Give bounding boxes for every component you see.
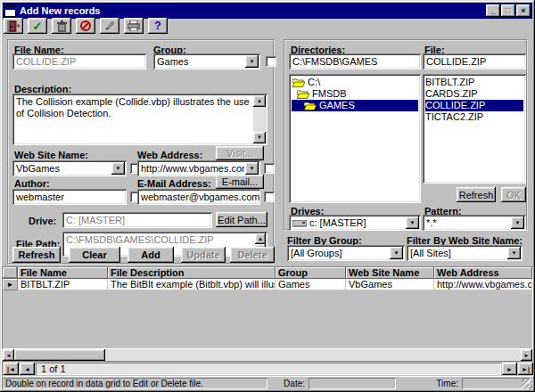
scroll-right-icon[interactable]: ► [521,349,532,361]
edit-button[interactable] [100,18,119,34]
trash-icon [57,20,67,32]
app-window: Add New records _ □ × ✓ ? File Name: COL… [0,0,535,392]
nav-last-icon[interactable]: ►| [518,363,533,375]
minimize-button[interactable]: _ [486,4,500,17]
email-label: E-Mail Address: [137,178,211,189]
directory-item[interactable]: C:\ [292,77,418,88]
chevron-down-icon[interactable]: ▼ [507,247,521,259]
cancel-icon [80,20,91,31]
cell-file-name: BITBLT.ZIP [18,279,108,290]
file-input[interactable]: COLLIDE.ZIP [423,53,526,69]
nav-prev-icon[interactable]: ◄ [20,363,35,375]
time-label: Time: [401,379,458,388]
scroll-up-icon[interactable]: ▲ [255,233,266,244]
clear-button[interactable]: Clear [69,247,120,263]
exit-button[interactable] [4,18,23,34]
record-position: 1 of 1 [36,363,501,375]
chevron-down-icon[interactable]: ▼ [111,162,125,175]
grid-row[interactable]: ► BITBLT.ZIP The BitBlt example (Bitblt.… [2,279,533,290]
file-name-input[interactable]: COLLIDE.ZIP [12,53,146,69]
author-input[interactable]: webmaster [12,189,127,205]
help-button[interactable]: ? [148,18,168,34]
browser-refresh-button[interactable]: Refresh [457,187,496,202]
author-label: Author: [14,178,50,189]
group-checkbox[interactable] [266,56,276,67]
chevron-down-icon[interactable]: ▼ [245,55,259,68]
grid-header-web-address[interactable]: Web Address [434,267,532,279]
file-listbox: BITBLT.ZIP CARDS.ZIP COLLIDE.ZIP TICTAC2… [423,74,526,184]
approve-button[interactable]: ✓ [28,18,47,34]
pencil-icon [104,20,115,31]
resize-grip[interactable] [522,379,532,389]
email-input[interactable]: webmaster@vbgames.com [137,189,260,205]
delete-button: Delete [230,247,275,263]
web-address-label: Web Address: [137,150,202,160]
chevron-down-icon[interactable]: ▼ [390,247,403,259]
file-item[interactable]: TICTAC2.ZIP [425,111,523,123]
close-button[interactable]: × [516,4,531,17]
check-icon: ✓ [33,20,43,33]
cell-web-address: http://www.vbgames.com [434,279,532,290]
web-site-name-combobox[interactable]: VbGames ▼ [12,160,127,176]
print-button[interactable] [124,18,144,34]
description-textarea[interactable]: The Collision example (Collide.vbp) illu… [12,94,268,145]
drive-input: C: [MASTER] [62,212,212,228]
exit-door-icon [7,20,20,32]
web-address-checkbox[interactable] [264,163,275,174]
date-field [309,378,396,389]
file-item[interactable]: BITBLT.ZIP [425,77,523,88]
grid-header-file-name[interactable]: File Name [18,267,108,279]
grid-hscrollbar[interactable]: ◄ ► [2,349,533,361]
help-icon: ? [154,20,160,32]
status-bar: Double on record in data grid to Edit or… [2,378,533,390]
delete-record-button[interactable] [52,18,71,34]
scroll-down-icon[interactable]: ▼ [253,132,266,143]
filter-site-combobox[interactable]: [All Sites] ▼ [407,245,523,261]
scroll-up-icon[interactable]: ▲ [253,95,266,107]
scrollbar-thumb[interactable] [14,349,105,361]
folder-open-icon [292,78,305,87]
ok-button: OK [501,187,526,202]
nav-first-icon[interactable]: |◄ [4,363,19,375]
title-bar: Add New records _ □ × [3,3,532,19]
scroll-left-icon[interactable]: ◄ [3,349,14,361]
directories-input[interactable]: C:\FMSDB\GAMES [289,53,421,69]
add-button[interactable]: Add [128,247,174,263]
grid-header-group[interactable]: Group [276,267,346,279]
drives-combobox[interactable]: c: [MASTER] ▼ [289,215,421,231]
grid-header-web-site-name[interactable]: Web Site Name [346,267,434,279]
description-scrollbar[interactable] [253,107,266,132]
directory-item[interactable]: FMSDB [292,88,418,100]
folder-open-icon [297,90,309,99]
cell-web-site-name: VbGames [346,279,434,290]
email-button[interactable]: E-mail... [216,175,264,189]
grid-header-file-description[interactable]: File Description [108,267,276,279]
record-arrow-icon: ► [3,279,18,290]
drive-icon [292,220,307,227]
filter-group-combobox[interactable]: [All Groups] ▼ [287,245,405,261]
chevron-down-icon[interactable]: ▼ [245,162,259,175]
cancel-button[interactable] [76,18,95,34]
records-grid: File Name File Description Group Web Sit… [2,266,533,349]
chevron-down-icon[interactable]: ▼ [511,216,524,229]
file-item-selected[interactable]: COLLIDE.ZIP [425,100,523,111]
file-info-frame: File Name: COLLIDE.ZIP Group: Games ▼ De… [7,39,275,265]
directory-item-selected[interactable]: GAMES [292,100,418,111]
grid-header-row: File Name File Description Group Web Sit… [2,266,533,279]
drive-label: Drive: [29,216,56,226]
file-item[interactable]: CARDS.ZIP [425,88,523,100]
group-combobox[interactable]: Games ▼ [153,53,260,69]
pattern-combobox[interactable]: *.* ▼ [423,215,526,231]
time-field [462,378,530,389]
nav-next-icon[interactable]: ► [502,363,517,375]
email-checkbox[interactable] [264,192,275,202]
date-label: Date: [271,379,305,388]
folder-open-icon [304,102,317,110]
app-icon [4,5,16,17]
grid-header-selector [3,267,18,279]
directory-listbox: C:\ FMSDB GAMES [289,74,421,203]
edit-path-button[interactable]: Edit Path... [216,212,268,227]
chevron-down-icon[interactable]: ▼ [406,216,419,229]
update-button: Update [181,247,226,263]
refresh-button[interactable]: Refresh [12,247,61,263]
